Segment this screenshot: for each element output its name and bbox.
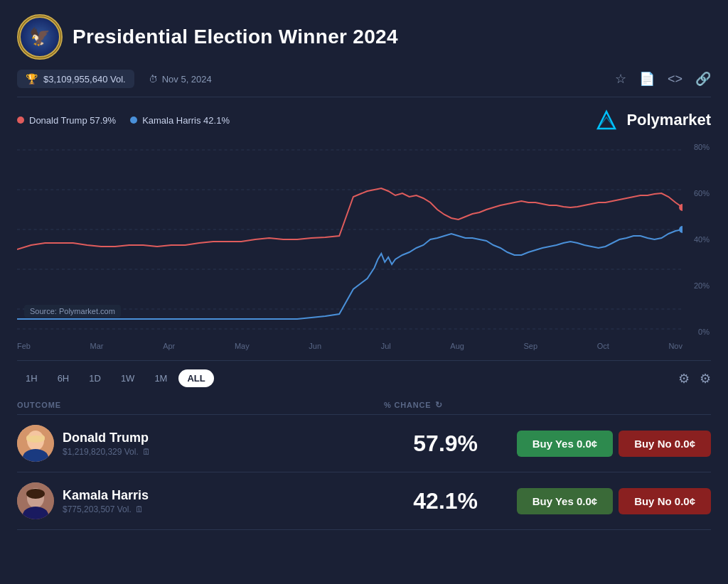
trump-buy-yes-button[interactable]: Buy Yes 0.0¢ [517, 431, 613, 457]
harris-buttons: Buy Yes 0.0¢ Buy No 0.0¢ [517, 488, 711, 514]
btn-6h[interactable]: 6H [49, 369, 78, 387]
y-label-0: 0% [682, 328, 711, 336]
y-label-60: 60% [682, 189, 711, 198]
trump-avatar [17, 425, 54, 462]
trump-volume: $1,219,820,329 Vol. 🗓 [63, 447, 151, 457]
trump-avatar-svg [17, 425, 54, 462]
refresh-icon[interactable]: ↻ [435, 400, 443, 410]
legend-trump: Donald Trump 57.9% [17, 115, 116, 126]
harris-avatar [17, 482, 54, 519]
trump-legend-label: Donald Trump 57.9% [29, 115, 116, 126]
source-label: Source: Polymarket.com [24, 305, 121, 318]
x-axis: Feb Mar Apr May Jun Jul Aug Sep Oct Nov [17, 339, 682, 350]
volume-text: $3,109,955,640 Vol. [43, 74, 126, 85]
trump-outcome-row: Donald Trump $1,219,820,329 Vol. 🗓 57.9%… [17, 415, 711, 472]
harris-chance: 42.1% [375, 488, 517, 514]
clock-icon: ⏱ [149, 74, 158, 85]
date-badge: ⏱ Nov 5, 2024 [149, 74, 212, 85]
x-label-mar: Mar [90, 342, 104, 350]
legend-harris: Kamala Harris 42.1% [130, 115, 230, 126]
presidential-seal: 🦅 [17, 14, 63, 60]
time-btn-group: 1H 6H 1D 1W 1M ALL [17, 369, 214, 387]
x-label-sep: Sep [523, 342, 537, 350]
trump-chance: 57.9% [375, 431, 517, 457]
harris-dot [130, 117, 137, 124]
chart-container: 80% 60% 40% 20% 0% [17, 140, 711, 360]
header: 🦅 Presidential Election Winner 2024 [17, 14, 711, 60]
trump-outcome-info: Donald Trump $1,219,820,329 Vol. 🗓 [17, 425, 375, 462]
harris-legend-label: Kamala Harris 42.1% [142, 115, 230, 126]
chance-col-header: % CHANCE ↻ [384, 400, 526, 410]
x-label-aug: Aug [450, 342, 464, 350]
harris-buy-no-button[interactable]: Buy No 0.0¢ [619, 488, 711, 514]
x-label-nov: Nov [668, 342, 682, 350]
btn-1d[interactable]: 1D [80, 369, 109, 387]
x-label-apr: Apr [163, 342, 175, 350]
document-icon[interactable]: 📄 [639, 71, 655, 87]
btn-all[interactable]: ALL [178, 369, 213, 387]
harris-avatar-svg [17, 482, 54, 519]
y-label-80: 80% [682, 143, 711, 151]
trump-info: Donald Trump $1,219,820,329 Vol. 🗓 [63, 431, 151, 457]
trump-buy-no-button[interactable]: Buy No 0.0¢ [619, 431, 711, 457]
x-label-jul: Jul [381, 342, 391, 350]
harris-buy-yes-button[interactable]: Buy Yes 0.0¢ [517, 488, 613, 514]
polymarket-brand: Polymarket [594, 107, 711, 133]
time-controls: 1H 6H 1D 1W 1M ALL ⚙ ⚙ [17, 360, 711, 394]
btn-1w[interactable]: 1W [112, 369, 144, 387]
x-label-oct: Oct [597, 342, 609, 350]
star-icon[interactable]: ☆ [615, 71, 626, 87]
legend-left: Donald Trump 57.9% Kamala Harris 42.1% [17, 115, 230, 126]
main-container: 🦅 Presidential Election Winner 2024 🏆 $3… [0, 0, 728, 584]
link-icon[interactable]: 🔗 [695, 71, 711, 87]
x-label-may: May [235, 342, 250, 350]
outcomes-header: OUTCOME % CHANCE ↻ [17, 394, 711, 415]
volume-badge: 🏆 $3,109,955,640 Vol. [17, 70, 134, 88]
y-label-20: 20% [682, 281, 711, 290]
harris-outcome-row: Kamala Harris $775,203,507 Vol. 🗓 42.1% … [17, 472, 711, 530]
page-title: Presidential Election Winner 2024 [73, 26, 398, 48]
polymarket-name: Polymarket [626, 111, 711, 129]
harris-table-icon: 🗓 [135, 504, 144, 514]
time-btn-right: ⚙ ⚙ [678, 371, 711, 386]
y-label-40: 40% [682, 235, 711, 244]
outcome-col-header: OUTCOME [17, 401, 384, 409]
btn-1h[interactable]: 1H [17, 369, 46, 387]
x-label-jun: Jun [309, 342, 321, 350]
date-text: Nov 5, 2024 [162, 74, 212, 85]
filter-icon[interactable]: ⚙ [678, 371, 690, 386]
btn-1m[interactable]: 1M [146, 369, 176, 387]
y-axis: 80% 60% 40% 20% 0% [682, 140, 711, 339]
trump-name: Donald Trump [63, 431, 151, 445]
x-label-feb: Feb [17, 342, 31, 350]
harris-volume: $775,203,507 Vol. 🗓 [63, 504, 149, 514]
seal-eagle-icon: 🦅 [29, 27, 50, 47]
sub-header-left: 🏆 $3,109,955,640 Vol. ⏱ Nov 5, 2024 [17, 70, 212, 88]
harris-info: Kamala Harris $775,203,507 Vol. 🗓 [63, 488, 149, 514]
chart-legend: Donald Trump 57.9% Kamala Harris 42.1% P… [17, 107, 711, 133]
svg-point-18 [26, 489, 45, 499]
svg-point-13 [26, 436, 45, 443]
trump-line [17, 188, 682, 249]
trump-dot [17, 117, 24, 124]
harris-outcome-info: Kamala Harris $775,203,507 Vol. 🗓 [17, 482, 375, 519]
harris-name: Kamala Harris [63, 488, 149, 503]
sub-header: 🏆 $3,109,955,640 Vol. ⏱ Nov 5, 2024 ☆ 📄 … [17, 70, 711, 97]
harris-end-dot [679, 226, 682, 233]
trump-buttons: Buy Yes 0.0¢ Buy No 0.0¢ [517, 431, 711, 457]
polymarket-logo [594, 107, 619, 133]
trophy-icon: 🏆 [26, 73, 38, 85]
trump-table-icon: 🗓 [142, 447, 151, 457]
sub-header-right: ☆ 📄 <> 🔗 [615, 71, 711, 87]
settings-icon[interactable]: ⚙ [700, 371, 711, 386]
code-icon[interactable]: <> [668, 72, 682, 87]
chart-area: 80% 60% 40% 20% 0% [17, 140, 711, 339]
chart-svg-wrap: Source: Polymarket.com [17, 140, 682, 339]
